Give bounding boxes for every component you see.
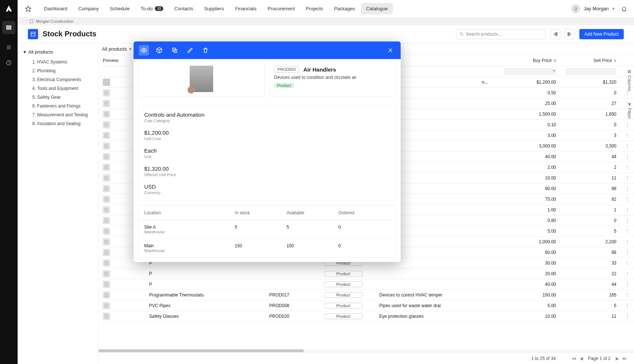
product-code-pill: PROD003 bbox=[274, 66, 299, 73]
modal-view-icon[interactable] bbox=[139, 45, 149, 55]
modal-edit-icon[interactable] bbox=[185, 45, 195, 55]
detail-value: $1,200.00 bbox=[144, 130, 390, 136]
product-modal: PROD003 Air Handlers Devices used to con… bbox=[134, 41, 401, 262]
detail-label: Cost Category bbox=[144, 119, 390, 123]
detail-item: $1,320.00Offered Unit Price bbox=[144, 165, 390, 177]
stock-col-location: Location bbox=[144, 210, 235, 215]
stock-ordered: 0 bbox=[338, 243, 390, 253]
stock-block: Location In stock Available Ordered Site… bbox=[138, 205, 396, 258]
modal-backdrop: PROD003 Air Handlers Devices used to con… bbox=[0, 0, 634, 364]
detail-item: USDCurrency bbox=[144, 183, 390, 195]
svg-point-61 bbox=[143, 50, 145, 51]
detail-label: Currency bbox=[144, 190, 390, 195]
stock-row: Site AWarehouse550 bbox=[138, 220, 396, 239]
stock-available: 5 bbox=[287, 225, 338, 234]
detail-value: Each bbox=[144, 148, 390, 154]
stock-row: MainWarehouse1501500 bbox=[138, 239, 396, 257]
product-details: Controls and AutomationCost Category$1,2… bbox=[138, 105, 396, 201]
stock-col-available: Available bbox=[287, 210, 338, 215]
product-title: Air Handlers bbox=[303, 66, 336, 73]
detail-label: Unit Cost bbox=[144, 136, 390, 141]
modal-close-icon[interactable] bbox=[385, 45, 396, 55]
detail-value: USD bbox=[144, 183, 390, 190]
detail-item: $1,200.00Unit Cost bbox=[144, 130, 390, 141]
modal-delete-icon[interactable] bbox=[200, 45, 211, 55]
modal-toolbar bbox=[134, 41, 401, 59]
product-image bbox=[190, 66, 213, 92]
stock-location-sub: Warehouse bbox=[144, 230, 235, 234]
modal-image-panel bbox=[138, 61, 265, 97]
detail-value: Controls and Automation bbox=[144, 112, 390, 118]
stock-instock: 5 bbox=[235, 225, 287, 234]
product-description: Devices used to condition and circulate … bbox=[274, 75, 391, 80]
product-type-tag: Product bbox=[274, 83, 294, 88]
stock-ordered: 0 bbox=[338, 225, 390, 234]
stock-available: 150 bbox=[287, 243, 338, 253]
stock-location-sub: Warehouse bbox=[144, 248, 235, 253]
stock-location: Site A bbox=[144, 225, 235, 230]
stock-col-instock: In stock bbox=[235, 210, 287, 215]
detail-item: EachUnit bbox=[144, 148, 390, 159]
stock-instock: 150 bbox=[235, 243, 287, 253]
modal-summary: PROD003 Air Handlers Devices used to con… bbox=[269, 61, 396, 97]
detail-item: Controls and AutomationCost Category bbox=[144, 112, 390, 123]
detail-label: Unit bbox=[144, 154, 390, 159]
modal-package-icon[interactable] bbox=[154, 45, 164, 55]
detail-label: Offered Unit Price bbox=[144, 172, 390, 177]
detail-value: $1,320.00 bbox=[144, 165, 390, 172]
stock-col-ordered: Ordered bbox=[338, 210, 390, 215]
modal-copy-icon[interactable] bbox=[170, 45, 180, 55]
stock-location: Main bbox=[144, 243, 235, 248]
